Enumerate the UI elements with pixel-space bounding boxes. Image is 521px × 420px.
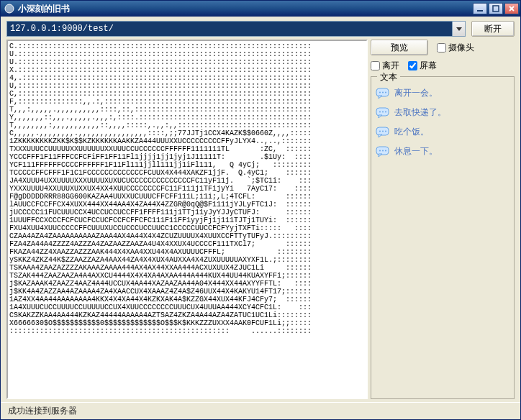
list-item[interactable]: 休息一下。: [376, 145, 509, 158]
svg-point-20: [385, 130, 386, 132]
camera-checkbox[interactable]: [437, 43, 446, 52]
message-text: 离开一会。: [394, 87, 438, 99]
message-text: 去取快递了。: [394, 106, 446, 119]
svg-point-0: [5, 4, 14, 13]
list-item[interactable]: 去取快递了。: [376, 106, 509, 119]
side-row-1: 预览 摄像头: [371, 40, 515, 55]
svg-marker-22: [379, 154, 382, 157]
svg-point-25: [385, 150, 386, 151]
leave-label: 离开: [382, 60, 399, 72]
message-list: 离开一会。 去取快递了。 吃个饭。: [376, 86, 509, 158]
app-icon: [4, 3, 15, 14]
address-dropdown-button[interactable]: [452, 22, 465, 36]
address-combo: [6, 21, 466, 37]
camera-label: 摄像头: [448, 42, 474, 54]
chat-bubble-icon: [376, 127, 390, 138]
status-text: 成功连接到服务器: [8, 405, 77, 417]
content-area: C.::::::::::::::::::::::::::::::::::::::…: [1, 40, 520, 402]
svg-point-14: [382, 111, 384, 112]
leave-checkbox[interactable]: [371, 61, 380, 70]
screen-checkbox-wrap[interactable]: 屏幕: [408, 60, 437, 72]
svg-point-23: [379, 150, 381, 151]
svg-marker-5: [456, 27, 462, 31]
list-item[interactable]: 吃个饭。: [376, 126, 509, 138]
screen-checkbox[interactable]: [408, 61, 417, 70]
message-text: 休息一下。: [394, 145, 438, 158]
address-input[interactable]: [7, 22, 452, 36]
disconnect-button[interactable]: 断开: [471, 21, 515, 37]
side-panel: 预览 摄像头 离开 屏幕 文本: [371, 40, 515, 399]
chevron-down-icon: [456, 26, 462, 32]
svg-point-15: [385, 111, 386, 112]
svg-point-8: [379, 91, 381, 93]
svg-rect-2: [493, 6, 499, 12]
close-button[interactable]: [504, 3, 519, 14]
side-row-2: 离开 屏幕: [371, 60, 515, 72]
chat-bubble-icon: [376, 146, 390, 158]
ascii-output[interactable]: C.::::::::::::::::::::::::::::::::::::::…: [6, 40, 368, 399]
svg-point-10: [385, 91, 386, 93]
window-controls: [473, 3, 519, 14]
maximize-button[interactable]: [489, 3, 503, 14]
minimize-button[interactable]: [473, 3, 487, 14]
window-title: 小深刻的旧书: [18, 3, 473, 15]
svg-marker-12: [379, 115, 382, 118]
svg-point-19: [382, 130, 384, 132]
camera-checkbox-wrap[interactable]: 摄像头: [437, 42, 474, 54]
list-item[interactable]: 离开一会。: [376, 87, 509, 99]
preview-button[interactable]: 预览: [371, 40, 428, 55]
status-bar: 成功连接到服务器: [1, 402, 520, 419]
screen-label: 屏幕: [420, 60, 437, 72]
chat-bubble-icon: [376, 107, 390, 119]
svg-point-18: [379, 130, 381, 132]
leave-checkbox-wrap[interactable]: 离开: [371, 60, 399, 72]
text-groupbox: 文本 离开一会。 去取快递了。: [371, 76, 515, 399]
svg-point-24: [382, 150, 384, 151]
svg-marker-17: [379, 134, 382, 137]
svg-marker-7: [379, 96, 382, 99]
svg-point-9: [382, 91, 384, 93]
message-text: 吃个饭。: [394, 126, 429, 138]
svg-point-13: [379, 111, 381, 112]
chat-bubble-icon: [376, 88, 390, 99]
titlebar: 小深刻的旧书: [1, 1, 520, 17]
svg-rect-1: [477, 10, 483, 12]
main-window: 小深刻的旧书 断开 C.::::::::::::::::::::::::::::…: [0, 0, 521, 420]
address-row: 断开: [1, 17, 520, 40]
text-groupbox-title: 文本: [377, 71, 400, 83]
